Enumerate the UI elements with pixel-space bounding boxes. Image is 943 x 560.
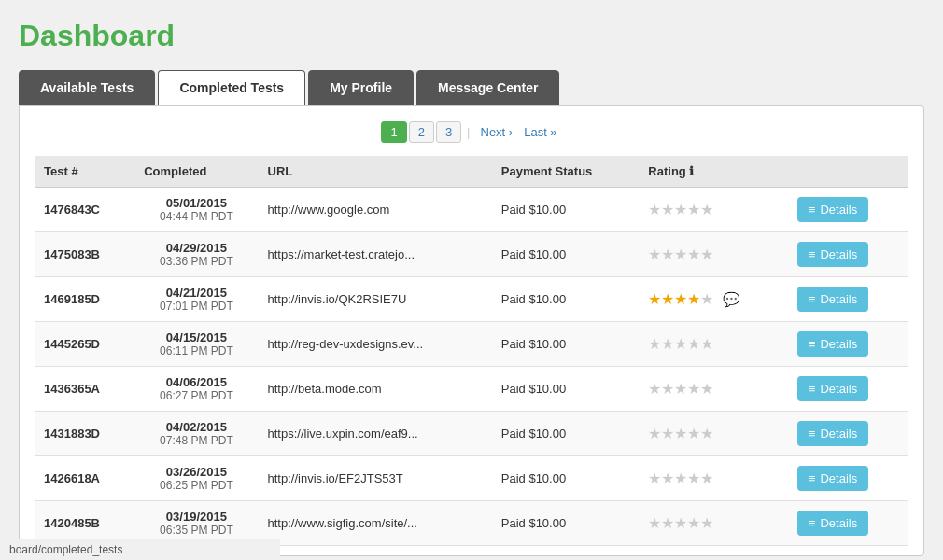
- rating-cell: ★★★★★ 💬: [639, 277, 788, 322]
- action-cell: ≡ Details: [788, 456, 908, 501]
- page-btn-1[interactable]: 1: [381, 121, 406, 143]
- stars: ★★★★★: [648, 380, 713, 398]
- action-cell: ≡ Details: [788, 501, 908, 546]
- test-number: 1469185D: [35, 277, 134, 322]
- tab-bar: Available Tests Completed Tests My Profi…: [19, 70, 924, 105]
- comment-icon: 💬: [723, 291, 740, 308]
- test-number: 1475083B: [35, 232, 134, 277]
- test-url: https://live.uxpin.com/eaf9...: [259, 412, 492, 456]
- tab-available[interactable]: Available Tests: [19, 70, 155, 105]
- tests-table: Test # Completed URL Payment Status Rati…: [35, 156, 908, 546]
- list-icon: ≡: [809, 471, 816, 485]
- tab-completed[interactable]: Completed Tests: [158, 70, 305, 105]
- test-url: http://beta.mode.com: [259, 367, 492, 412]
- payment-status: Paid $10.00: [492, 277, 640, 322]
- action-cell: ≡ Details: [788, 188, 908, 232]
- rating-cell: ★★★★★: [639, 501, 788, 546]
- test-url: http://www.sigfig.com/site/...: [259, 501, 492, 546]
- rating-cell: ★★★★★: [639, 367, 788, 412]
- stars: ★★★★★: [648, 425, 713, 442]
- col-test: Test #: [35, 156, 134, 188]
- rating-cell: ★★★★★: [639, 232, 788, 277]
- rating-cell: ★★★★★: [639, 456, 788, 501]
- test-url: http://invis.io/EF2JTS53T: [259, 456, 492, 501]
- stars: ★★★★★: [648, 290, 713, 308]
- payment-status: Paid $10.00: [492, 501, 640, 546]
- test-number: 1436365A: [35, 367, 134, 412]
- stars: ★★★★★: [648, 335, 713, 353]
- table-row: 1431883D 04/02/2015 07:48 PM PDT https:/…: [35, 412, 908, 456]
- list-icon: ≡: [809, 292, 816, 306]
- table-row: 1476843C 05/01/2015 04:44 PM PDT http://…: [35, 188, 908, 232]
- list-icon: ≡: [809, 516, 816, 530]
- list-icon: ≡: [809, 337, 816, 351]
- tab-profile[interactable]: My Profile: [308, 70, 414, 105]
- details-button[interactable]: ≡ Details: [797, 511, 868, 536]
- list-icon: ≡: [809, 427, 816, 441]
- completed-date: 04/21/2015 07:01 PM PDT: [134, 277, 258, 322]
- rating-cell: ★★★★★: [639, 322, 788, 367]
- details-button[interactable]: ≡ Details: [797, 466, 868, 491]
- test-url: http://reg-dev-uxdesigns.ev...: [259, 322, 492, 367]
- rating-cell: ★★★★★: [639, 188, 788, 232]
- pagination: 1 2 3 | Next › Last »: [35, 121, 908, 143]
- payment-status: Paid $10.00: [492, 322, 640, 367]
- completed-date: 04/06/2015 06:27 PM PDT: [134, 367, 258, 412]
- completed-date: 05/01/2015 04:44 PM PDT: [134, 188, 258, 232]
- payment-status: Paid $10.00: [492, 232, 640, 277]
- action-cell: ≡ Details: [788, 412, 908, 456]
- completed-date: 04/15/2015 06:11 PM PDT: [134, 322, 258, 367]
- stars: ★★★★★: [648, 514, 713, 532]
- test-url: http://invis.io/QK2RSIE7U: [259, 277, 492, 322]
- payment-status: Paid $10.00: [492, 367, 640, 412]
- col-rating: Rating ℹ: [639, 156, 788, 188]
- list-icon: ≡: [809, 203, 816, 217]
- table-row: 1469185D 04/21/2015 07:01 PM PDT http://…: [35, 277, 908, 322]
- payment-status: Paid $10.00: [492, 188, 640, 232]
- payment-status: Paid $10.00: [492, 412, 640, 456]
- table-row: 1475083B 04/29/2015 03:36 PM PDT https:/…: [35, 232, 908, 277]
- stars: ★★★★★: [648, 201, 713, 218]
- test-number: 1431883D: [35, 412, 134, 456]
- col-completed: Completed: [134, 156, 258, 188]
- action-cell: ≡ Details: [788, 232, 908, 277]
- stars: ★★★★★: [648, 245, 713, 263]
- page-btn-next[interactable]: Next ›: [476, 122, 518, 142]
- details-button[interactable]: ≡ Details: [797, 421, 868, 446]
- content-area: 1 2 3 | Next › Last » Test # Completed U…: [19, 105, 924, 556]
- test-number: 1476843C: [35, 188, 134, 232]
- completed-date: 03/26/2015 06:25 PM PDT: [134, 456, 258, 501]
- col-url: URL: [259, 156, 492, 188]
- stars: ★★★★★: [648, 469, 713, 487]
- table-row: 1436365A 04/06/2015 06:27 PM PDT http://…: [35, 367, 908, 412]
- details-button[interactable]: ≡ Details: [797, 287, 868, 312]
- col-action: [788, 156, 908, 188]
- table-row: 1426618A 03/26/2015 06:25 PM PDT http://…: [35, 456, 908, 501]
- page-btn-last[interactable]: Last »: [519, 122, 561, 142]
- list-icon: ≡: [809, 382, 816, 396]
- action-cell: ≡ Details: [788, 277, 908, 322]
- page-btn-2[interactable]: 2: [409, 121, 434, 143]
- list-icon: ≡: [809, 247, 816, 261]
- page-btn-3[interactable]: 3: [436, 121, 461, 143]
- status-bar: board/completed_tests: [0, 539, 280, 560]
- table-row: 1445265D 04/15/2015 06:11 PM PDT http://…: [35, 322, 908, 367]
- details-button[interactable]: ≡ Details: [797, 197, 868, 222]
- completed-date: 04/29/2015 03:36 PM PDT: [134, 232, 258, 277]
- test-number: 1445265D: [35, 322, 134, 367]
- test-url: https://market-test.cratejo...: [259, 232, 492, 277]
- test-url: http://www.google.com: [259, 188, 492, 232]
- rating-cell: ★★★★★: [639, 412, 788, 456]
- completed-date: 04/02/2015 07:48 PM PDT: [134, 412, 258, 456]
- action-cell: ≡ Details: [788, 367, 908, 412]
- details-button[interactable]: ≡ Details: [797, 242, 868, 267]
- details-button[interactable]: ≡ Details: [797, 331, 868, 357]
- payment-status: Paid $10.00: [492, 456, 640, 501]
- details-button[interactable]: ≡ Details: [797, 376, 868, 401]
- test-number: 1426618A: [35, 456, 134, 501]
- action-cell: ≡ Details: [788, 322, 908, 367]
- page-title: Dashboard: [19, 19, 924, 53]
- tab-messages[interactable]: Message Center: [416, 70, 559, 105]
- col-payment: Payment Status: [492, 156, 640, 188]
